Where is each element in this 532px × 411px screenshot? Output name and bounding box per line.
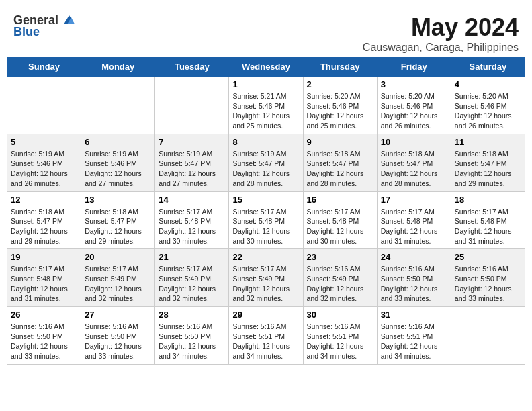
day-number: 19 — [11, 252, 77, 262]
day-header-monday: Monday — [81, 58, 155, 77]
calendar-table: SundayMondayTuesdayWednesdayThursdayFrid… — [7, 57, 525, 365]
day-number: 26 — [11, 310, 77, 320]
day-number: 8 — [232, 137, 299, 147]
day-info: Sunrise: 5:17 AM Sunset: 5:48 PM Dayligh… — [232, 207, 299, 246]
logo: General Blue — [13, 13, 75, 39]
empty-cell — [451, 307, 525, 365]
day-cell-14: 14Sunrise: 5:17 AM Sunset: 5:48 PM Dayli… — [155, 191, 229, 249]
logo-blue: Blue — [13, 25, 40, 39]
day-cell-16: 16Sunrise: 5:17 AM Sunset: 5:48 PM Dayli… — [303, 191, 377, 249]
day-number: 2 — [307, 79, 373, 89]
day-header-wednesday: Wednesday — [229, 58, 303, 77]
day-number: 28 — [159, 310, 225, 320]
day-info: Sunrise: 5:17 AM Sunset: 5:49 PM Dayligh… — [159, 264, 225, 304]
day-number: 20 — [85, 252, 151, 262]
day-cell-11: 11Sunrise: 5:18 AM Sunset: 5:47 PM Dayli… — [451, 134, 525, 191]
title-block: May 2024 Causwagan, Caraga, Philippines — [363, 13, 519, 54]
day-cell-9: 9Sunrise: 5:18 AM Sunset: 5:47 PM Daylig… — [303, 134, 377, 191]
day-number: 18 — [455, 195, 521, 205]
empty-cell — [81, 77, 155, 134]
location-title: Causwagan, Caraga, Philippines — [363, 42, 519, 54]
day-info: Sunrise: 5:20 AM Sunset: 5:46 PM Dayligh… — [455, 91, 521, 131]
day-info: Sunrise: 5:17 AM Sunset: 5:48 PM Dayligh… — [11, 264, 77, 304]
day-cell-17: 17Sunrise: 5:17 AM Sunset: 5:48 PM Dayli… — [377, 191, 451, 249]
day-number: 5 — [11, 137, 77, 147]
day-number: 6 — [85, 137, 151, 147]
day-cell-3: 3Sunrise: 5:20 AM Sunset: 5:46 PM Daylig… — [377, 77, 451, 134]
day-info: Sunrise: 5:16 AM Sunset: 5:51 PM Dayligh… — [307, 322, 373, 361]
day-cell-24: 24Sunrise: 5:16 AM Sunset: 5:50 PM Dayli… — [377, 249, 451, 307]
day-cell-23: 23Sunrise: 5:16 AM Sunset: 5:49 PM Dayli… — [303, 249, 377, 307]
day-info: Sunrise: 5:17 AM Sunset: 5:48 PM Dayligh… — [159, 207, 225, 246]
day-info: Sunrise: 5:16 AM Sunset: 5:49 PM Dayligh… — [307, 264, 373, 304]
day-cell-26: 26Sunrise: 5:16 AM Sunset: 5:50 PM Dayli… — [7, 307, 81, 365]
day-number: 30 — [307, 310, 373, 320]
day-header-tuesday: Tuesday — [155, 58, 229, 77]
day-cell-19: 19Sunrise: 5:17 AM Sunset: 5:48 PM Dayli… — [7, 249, 81, 307]
day-info: Sunrise: 5:19 AM Sunset: 5:46 PM Dayligh… — [85, 149, 151, 189]
day-info: Sunrise: 5:18 AM Sunset: 5:47 PM Dayligh… — [307, 149, 373, 189]
day-info: Sunrise: 5:19 AM Sunset: 5:46 PM Dayligh… — [11, 149, 77, 189]
day-cell-28: 28Sunrise: 5:16 AM Sunset: 5:50 PM Dayli… — [155, 307, 229, 365]
logo-icon — [60, 12, 75, 27]
day-number: 14 — [159, 195, 225, 205]
day-cell-2: 2Sunrise: 5:20 AM Sunset: 5:46 PM Daylig… — [303, 77, 377, 134]
day-number: 31 — [381, 310, 447, 320]
day-cell-18: 18Sunrise: 5:17 AM Sunset: 5:48 PM Dayli… — [451, 191, 525, 249]
day-cell-5: 5Sunrise: 5:19 AM Sunset: 5:46 PM Daylig… — [7, 134, 81, 191]
day-cell-7: 7Sunrise: 5:19 AM Sunset: 5:47 PM Daylig… — [155, 134, 229, 191]
day-info: Sunrise: 5:17 AM Sunset: 5:49 PM Dayligh… — [85, 264, 151, 304]
day-number: 25 — [455, 252, 521, 262]
day-cell-10: 10Sunrise: 5:18 AM Sunset: 5:47 PM Dayli… — [377, 134, 451, 191]
day-number: 9 — [307, 137, 373, 147]
day-number: 23 — [307, 252, 373, 262]
day-info: Sunrise: 5:20 AM Sunset: 5:46 PM Dayligh… — [307, 91, 373, 131]
week-row-2: 5Sunrise: 5:19 AM Sunset: 5:46 PM Daylig… — [7, 134, 525, 191]
empty-cell — [7, 77, 81, 134]
day-cell-13: 13Sunrise: 5:18 AM Sunset: 5:47 PM Dayli… — [81, 191, 155, 249]
day-info: Sunrise: 5:16 AM Sunset: 5:50 PM Dayligh… — [85, 322, 151, 361]
day-header-thursday: Thursday — [303, 58, 377, 77]
day-header-friday: Friday — [377, 58, 451, 77]
day-cell-27: 27Sunrise: 5:16 AM Sunset: 5:50 PM Dayli… — [81, 307, 155, 365]
day-number: 27 — [85, 310, 151, 320]
day-number: 7 — [159, 137, 225, 147]
week-row-5: 26Sunrise: 5:16 AM Sunset: 5:50 PM Dayli… — [7, 307, 525, 365]
day-info: Sunrise: 5:16 AM Sunset: 5:51 PM Dayligh… — [381, 322, 447, 361]
day-number: 22 — [232, 252, 299, 262]
day-cell-15: 15Sunrise: 5:17 AM Sunset: 5:48 PM Dayli… — [229, 191, 303, 249]
day-cell-22: 22Sunrise: 5:17 AM Sunset: 5:49 PM Dayli… — [229, 249, 303, 307]
day-info: Sunrise: 5:18 AM Sunset: 5:47 PM Dayligh… — [85, 207, 151, 246]
day-info: Sunrise: 5:16 AM Sunset: 5:50 PM Dayligh… — [11, 322, 77, 361]
day-info: Sunrise: 5:18 AM Sunset: 5:47 PM Dayligh… — [381, 149, 447, 189]
day-info: Sunrise: 5:17 AM Sunset: 5:49 PM Dayligh… — [232, 264, 299, 304]
day-cell-4: 4Sunrise: 5:20 AM Sunset: 5:46 PM Daylig… — [451, 77, 525, 134]
month-title: May 2024 — [363, 13, 519, 42]
day-cell-29: 29Sunrise: 5:16 AM Sunset: 5:51 PM Dayli… — [229, 307, 303, 365]
week-row-1: 1Sunrise: 5:21 AM Sunset: 5:46 PM Daylig… — [7, 77, 525, 134]
day-number: 16 — [307, 195, 373, 205]
day-cell-1: 1Sunrise: 5:21 AM Sunset: 5:46 PM Daylig… — [229, 77, 303, 134]
day-info: Sunrise: 5:17 AM Sunset: 5:48 PM Dayligh… — [307, 207, 373, 246]
week-row-3: 12Sunrise: 5:18 AM Sunset: 5:47 PM Dayli… — [7, 191, 525, 249]
day-info: Sunrise: 5:18 AM Sunset: 5:47 PM Dayligh… — [11, 207, 77, 246]
empty-cell — [155, 77, 229, 134]
day-cell-8: 8Sunrise: 5:19 AM Sunset: 5:47 PM Daylig… — [229, 134, 303, 191]
day-number: 4 — [455, 79, 521, 89]
day-cell-12: 12Sunrise: 5:18 AM Sunset: 5:47 PM Dayli… — [7, 191, 81, 249]
day-info: Sunrise: 5:21 AM Sunset: 5:46 PM Dayligh… — [232, 91, 299, 131]
day-number: 29 — [232, 310, 299, 320]
day-cell-6: 6Sunrise: 5:19 AM Sunset: 5:46 PM Daylig… — [81, 134, 155, 191]
day-number: 21 — [159, 252, 225, 262]
day-number: 12 — [11, 195, 77, 205]
day-number: 10 — [381, 137, 447, 147]
day-info: Sunrise: 5:18 AM Sunset: 5:47 PM Dayligh… — [455, 149, 521, 189]
page-header: General Blue May 2024 Causwagan, Caraga,… — [7, 7, 525, 57]
day-info: Sunrise: 5:19 AM Sunset: 5:47 PM Dayligh… — [232, 149, 299, 189]
day-cell-20: 20Sunrise: 5:17 AM Sunset: 5:49 PM Dayli… — [81, 249, 155, 307]
day-number: 17 — [381, 195, 447, 205]
day-info: Sunrise: 5:16 AM Sunset: 5:51 PM Dayligh… — [232, 322, 299, 361]
day-info: Sunrise: 5:17 AM Sunset: 5:48 PM Dayligh… — [455, 207, 521, 246]
day-number: 24 — [381, 252, 447, 262]
day-info: Sunrise: 5:20 AM Sunset: 5:46 PM Dayligh… — [381, 91, 447, 131]
